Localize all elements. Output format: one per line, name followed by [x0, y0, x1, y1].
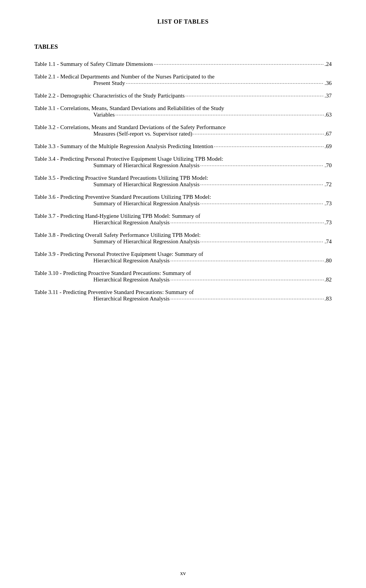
toc-label: Table 3.4 - Predicting Personal Protecti…	[34, 156, 223, 162]
toc-entry: Table 3.2 - Correlations, Means and Stan…	[34, 124, 332, 137]
toc-entry: Table 2.1 - Medical Departments and Numb…	[34, 74, 332, 86]
toc-entry: Table 2.2 - Demographic Characteristics …	[34, 93, 332, 99]
toc-entry: Table 1.1 - Summary of Safety Climate Di…	[34, 61, 332, 67]
toc-page: .67	[324, 131, 332, 137]
toc-label: Table 3.11 - Predicting Preventive Stand…	[34, 289, 194, 296]
toc-entry: Table 3.3 - Summary of the Multiple Regr…	[34, 143, 332, 150]
toc-entry: Table 3.10 - Predicting Proactive Standa…	[34, 270, 332, 283]
toc-dots	[170, 275, 324, 282]
page-footer: xv	[0, 570, 366, 577]
toc-label-cont: Hierarchical Regression Analysis	[93, 219, 170, 226]
toc-entry: Table 3.6 - Predicting Preventive Standa…	[34, 194, 332, 207]
toc-entry: Table 3.5 - Predicting Proactive Standar…	[34, 175, 332, 188]
toc-label: Table 3.10 - Predicting Proactive Standa…	[34, 270, 191, 276]
page: LIST OF TABLES TABLES Table 1.1 - Summar…	[0, 0, 366, 588]
toc-page: .70	[324, 162, 332, 169]
toc-label-cont: Hierarchical Regression Analysis	[93, 276, 170, 283]
toc-page: .74	[324, 238, 332, 245]
toc-entry: Table 3.9 - Predicting Personal Protecti…	[34, 251, 332, 264]
toc-label-cont: Measures (Self-report vs. Supervisor rat…	[93, 131, 193, 137]
toc-label-cont: Summary of Hierarchical Regression Analy…	[93, 181, 199, 188]
toc-label-cont: Summary of Hierarchical Regression Analy…	[93, 162, 199, 169]
toc-page: .36	[324, 80, 332, 86]
toc-label-cont: Summary of Hierarchical Regression Analy…	[93, 238, 199, 245]
toc-label-cont: Present Study	[93, 80, 125, 86]
toc-dots	[200, 161, 324, 168]
toc-label-cont: Hierarchical Regression Analysis	[93, 257, 170, 264]
toc-entry: Table 3.7 - Predicting Hand-Hygiene Util…	[34, 213, 332, 226]
toc-dots	[200, 180, 324, 187]
toc-label: Table 3.5 - Predicting Proactive Standar…	[34, 175, 208, 181]
toc-entry: Table 3.11 - Predicting Preventive Stand…	[34, 289, 332, 302]
toc-page: .73	[324, 200, 332, 207]
toc-label-cont: Summary of Hierarchical Regression Analy…	[93, 200, 199, 207]
toc-dots	[200, 199, 324, 206]
toc-label: Table 3.8 - Predicting Overall Safety Pe…	[34, 232, 201, 238]
toc-entry: Table 3.1 - Correlations, Means, Standar…	[34, 105, 332, 118]
toc-label-cont: Hierarchical Regression Analysis	[93, 296, 170, 302]
toc-page: .63	[324, 112, 332, 118]
toc-dots	[170, 256, 324, 263]
toc-label: Table 3.3 - Summary of the Multiple Regr…	[34, 143, 213, 150]
toc-entry: Table 3.8 - Predicting Overall Safety Pe…	[34, 232, 332, 245]
toc-dots	[214, 142, 324, 149]
toc-label-cont: Variables	[93, 112, 115, 118]
toc-dots	[170, 218, 324, 225]
toc-page: .37	[324, 93, 332, 99]
toc-page: .72	[324, 181, 332, 188]
toc-dots	[154, 60, 324, 66]
toc-page: .24	[324, 61, 332, 67]
toc-dots	[200, 237, 324, 244]
toc-dots	[126, 79, 324, 85]
toc-dots	[170, 294, 324, 301]
page-title: LIST OF TABLES	[34, 18, 332, 25]
toc-label: Table 3.6 - Predicting Preventive Standa…	[34, 194, 211, 200]
toc-entry: Table 3.4 - Predicting Personal Protecti…	[34, 156, 332, 169]
section-heading: TABLES	[34, 43, 332, 50]
toc-page: .80	[324, 257, 332, 264]
toc-page: .82	[324, 276, 332, 283]
toc-dots	[193, 129, 324, 136]
toc-dots	[116, 110, 324, 117]
toc-page: .73	[324, 219, 332, 226]
toc-page: .69	[324, 143, 332, 150]
toc-dots	[185, 91, 324, 98]
toc-page: .83	[324, 296, 332, 302]
toc-label: Table 2.2 - Demographic Characteristics …	[34, 93, 185, 99]
toc-label: Table 1.1 - Summary of Safety Climate Di…	[34, 61, 153, 67]
